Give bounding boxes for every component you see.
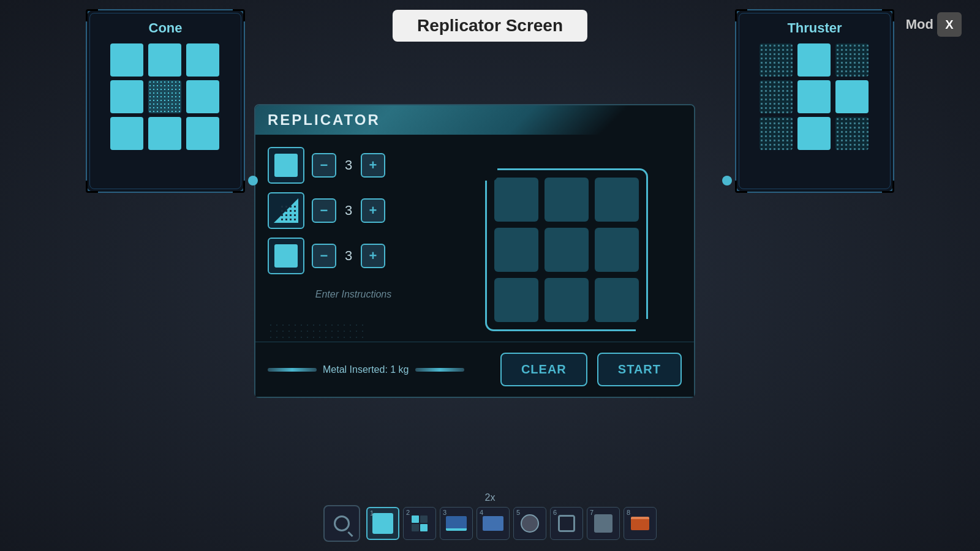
- close-button[interactable]: X: [937, 12, 962, 37]
- start-button[interactable]: START: [597, 353, 682, 386]
- qty-value-3: 3: [341, 248, 356, 264]
- cone-cell-2: [186, 43, 219, 77]
- ingredient-icon-2[interactable]: [268, 192, 304, 229]
- thruster-title: Thruster: [787, 20, 842, 36]
- cone-cell-7: [148, 117, 181, 150]
- zoom-label: 2x: [485, 492, 496, 503]
- slot-icon-4: [483, 516, 503, 531]
- slot-num-5: 5: [516, 509, 520, 516]
- right-connector: [722, 176, 732, 186]
- left-connector: [248, 176, 258, 186]
- slot-icon-2c: [412, 524, 419, 531]
- recipe-cell-6[interactable]: [494, 278, 538, 322]
- qty-controls-2: − 3 +: [312, 198, 385, 223]
- qty-controls-1: − 3 +: [312, 153, 385, 178]
- thruster-cell-3: [760, 80, 793, 113]
- hotbar-slot-8[interactable]: 8: [624, 507, 657, 540]
- hotbar-slot-5[interactable]: 5: [513, 507, 546, 540]
- cone-cell-6: [110, 117, 143, 150]
- slot-icon-7: [594, 514, 612, 533]
- ingredient-row-1: − 3 +: [268, 147, 439, 184]
- slot-num-6: 6: [553, 509, 557, 516]
- slot-icon-8: [631, 517, 649, 530]
- thruster-cell-5: [835, 80, 869, 113]
- metal-bar: [268, 368, 317, 372]
- thruster-corner-bl: [735, 181, 747, 193]
- thruster-cell-7: [797, 117, 831, 150]
- qty-plus-1[interactable]: +: [361, 153, 385, 178]
- corner-bl: [86, 181, 98, 193]
- cone-cell-3: [110, 80, 143, 113]
- qty-plus-3[interactable]: +: [361, 244, 385, 268]
- slot-num-3: 3: [443, 509, 447, 516]
- slot-num-4: 4: [480, 509, 483, 516]
- thruster-cell-4: [797, 80, 831, 113]
- thruster-cell-2: [835, 43, 869, 77]
- recipe-cell-2[interactable]: [595, 178, 639, 222]
- hotbar-slot-4[interactable]: 4: [477, 507, 510, 540]
- thruster-corner-br: [882, 181, 894, 193]
- hotbar-slot-7[interactable]: 7: [587, 507, 620, 540]
- action-buttons: CLEAR START: [500, 353, 682, 386]
- corner-cut-br: [636, 319, 648, 331]
- replicator-panel: REPLICATOR − 3 +: [254, 104, 695, 398]
- cone-grid: [110, 43, 221, 150]
- cone-cell-1: [148, 43, 181, 77]
- panel-bottom-bar: Metal Inserted: 1 kg CLEAR START: [255, 342, 694, 397]
- ingredients-section: − 3 + − 3 +: [268, 147, 439, 353]
- cone-cell-5: [186, 80, 219, 113]
- hotbar-slot-3[interactable]: 3: [440, 507, 473, 540]
- hotbar-slot-2[interactable]: 2: [403, 507, 436, 540]
- qty-minus-1[interactable]: −: [312, 153, 336, 178]
- ingredient-icon-3[interactable]: [268, 238, 304, 274]
- qty-value-1: 3: [341, 157, 356, 173]
- slot-icon-1: [372, 513, 393, 534]
- slot-icon-3: [446, 516, 467, 531]
- zoom-handle: [347, 531, 353, 537]
- slot-icon-2d: [420, 524, 428, 531]
- hotbar-zoom-slot[interactable]: [323, 505, 360, 542]
- cone-cell-4: [148, 80, 181, 113]
- ingredient-row-2: − 3 +: [268, 192, 439, 229]
- qty-controls-3: − 3 +: [312, 244, 385, 268]
- corner-cut-tl: [485, 168, 497, 181]
- replicator-title: REPLICATOR: [268, 111, 380, 128]
- recipe-cell-5[interactable]: [595, 228, 639, 272]
- thruster-cell-1: [797, 43, 831, 77]
- recipe-cell-8[interactable]: [595, 278, 639, 322]
- ingredient-solid-icon: [274, 154, 298, 177]
- ingredient-solid-icon-2: [274, 244, 298, 268]
- slot-num-2: 2: [406, 509, 410, 516]
- hotbar-slot-6[interactable]: 6: [550, 507, 583, 540]
- mod-close-area: Mod X: [906, 12, 962, 37]
- thruster-panel: Thruster: [735, 9, 894, 193]
- recipe-cell-0[interactable]: [494, 178, 538, 222]
- recipe-cell-3[interactable]: [494, 228, 538, 272]
- ingredient-triangle-icon: [274, 198, 298, 223]
- recipe-cell-4[interactable]: [545, 228, 589, 272]
- title-bar: Replicator Screen: [393, 10, 587, 42]
- cone-cell-0: [110, 43, 143, 77]
- qty-value-2: 3: [341, 203, 356, 219]
- cone-cell-8: [186, 117, 219, 150]
- thruster-corner-tl: [735, 9, 747, 21]
- qty-minus-2[interactable]: −: [312, 198, 336, 223]
- ingredient-icon-1[interactable]: [268, 147, 304, 184]
- corner-br: [233, 181, 245, 193]
- zoom-icon: [334, 515, 350, 531]
- recipe-cell-7[interactable]: [545, 278, 589, 322]
- thruster-cell-0: [760, 43, 793, 77]
- slot-icon-2: [412, 515, 428, 531]
- recipe-grid: [494, 178, 639, 322]
- qty-plus-2[interactable]: +: [361, 198, 385, 223]
- thruster-grid: [760, 43, 870, 150]
- thruster-cell-8: [835, 117, 869, 150]
- slot-icon-6: [558, 515, 575, 532]
- clear-button[interactable]: CLEAR: [500, 353, 587, 386]
- hotbar: 1 2 3 4 5 6 7 8: [0, 505, 980, 542]
- qty-minus-3[interactable]: −: [312, 244, 336, 268]
- recipe-cell-1[interactable]: [545, 178, 589, 222]
- title-text: Replicator Screen: [417, 16, 563, 35]
- corner-tl: [86, 9, 98, 21]
- hotbar-slot-1[interactable]: 1: [366, 507, 399, 540]
